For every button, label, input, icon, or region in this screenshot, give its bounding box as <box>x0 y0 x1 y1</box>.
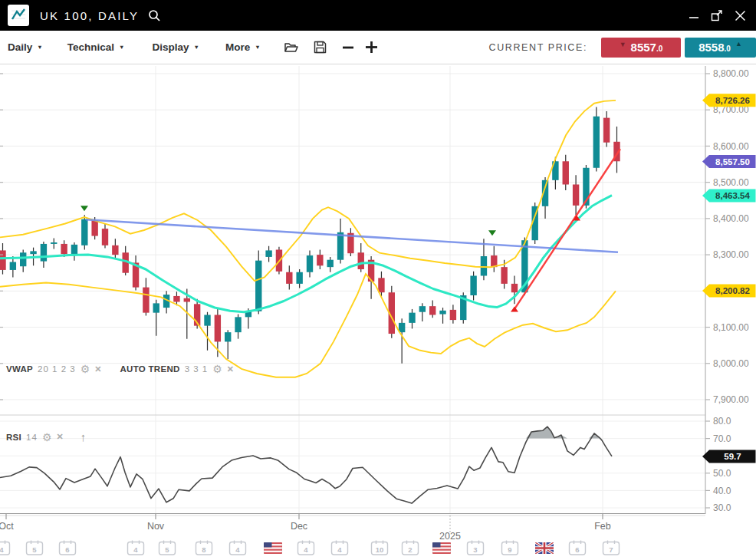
price-axis-label: 8,500.00 <box>713 177 749 188</box>
price-tag: 59.7 <box>702 450 756 463</box>
event-icon-calendar[interactable]: 6 <box>570 541 586 555</box>
event-icon-calendar[interactable]: 5 <box>159 541 176 555</box>
rsi-axis-label: 30.0 <box>713 502 731 513</box>
price-axis-label: 8,100.00 <box>713 322 749 333</box>
svg-text:7: 7 <box>609 545 613 554</box>
event-icon-calendar[interactable]: 4 <box>298 541 314 555</box>
price-axis-label: 8,800.00 <box>713 68 749 79</box>
vwap-indicator-params: 20 1 2 3 <box>38 364 76 374</box>
event-icon-flag-us[interactable] <box>264 542 282 554</box>
open-folder-icon[interactable] <box>284 41 298 54</box>
chart-canvas[interactable]: 8,800.008,700.008,600.008,500.008,400.00… <box>0 64 756 560</box>
rsi-move-up-icon[interactable] <box>81 431 87 443</box>
up-arrow-icon: ▲ <box>735 41 742 48</box>
event-icon-calendar[interactable]: 3 <box>468 541 484 555</box>
menu-display[interactable]: Display <box>152 41 199 53</box>
svg-text:4: 4 <box>235 545 240 554</box>
svg-text:8,557.50: 8,557.50 <box>715 157 750 166</box>
search-icon[interactable] <box>148 9 161 22</box>
svg-text:6: 6 <box>65 545 69 554</box>
svg-text:6: 6 <box>575 545 579 554</box>
chart-title: UK 100, DAILY <box>40 9 139 22</box>
event-icon-calendar[interactable]: 4 <box>332 541 348 555</box>
menu-more[interactable]: More <box>225 41 261 53</box>
event-icon-calendar[interactable]: 8 <box>196 541 212 555</box>
rsi-axis-label: 40.0 <box>713 486 731 496</box>
month-label: Oct <box>0 521 14 532</box>
minimize-icon[interactable] <box>687 8 701 22</box>
time-axis: OctNovDec2025Feb <box>0 514 611 542</box>
vwap-indicator-label: VWAP <box>6 364 33 374</box>
rsi-legend-row: RSI 14 <box>6 431 86 443</box>
vwap-line <box>0 196 612 312</box>
rsi-axis-label: 80.0 <box>713 416 731 427</box>
rsi-axis-label: 70.0 <box>713 433 731 444</box>
auto-trend-remove-icon[interactable] <box>227 365 234 374</box>
rsi-settings-gear-icon[interactable] <box>42 432 52 443</box>
price-tag: 8,726.26 <box>702 94 756 107</box>
menu-technical[interactable]: Technical <box>67 41 125 53</box>
zoom-out-icon[interactable] <box>342 41 354 54</box>
event-icon-calendar[interactable]: 5 <box>27 541 43 555</box>
save-icon[interactable] <box>314 41 327 54</box>
economic-events-row: 4564584441023967 <box>0 541 620 555</box>
auto-trend-settings-gear-icon[interactable] <box>212 364 222 375</box>
rsi-axis-label: 50.0 <box>713 468 731 479</box>
zoom-in-icon[interactable] <box>365 41 378 54</box>
event-icon-calendar[interactable]: 6 <box>60 541 76 555</box>
overlay-lines <box>0 100 620 377</box>
down-arrow-icon: ▼ <box>620 41 626 48</box>
month-label: 2025 <box>439 531 461 542</box>
auto-trend-indicator-params: 3 3 1 <box>185 364 209 374</box>
menu-timeframe[interactable]: Daily <box>8 41 43 53</box>
rsi-overbought-fill <box>0 427 612 438</box>
chart-area: 8,800.008,700.008,600.008,500.008,400.00… <box>0 64 756 560</box>
price-axis-label: 7,900.00 <box>713 394 749 405</box>
svg-text:59.7: 59.7 <box>724 452 741 461</box>
svg-text:4: 4 <box>0 545 4 554</box>
svg-text:8: 8 <box>202 545 205 554</box>
month-label: Nov <box>147 521 165 532</box>
price-axis-label: 8,600.00 <box>713 141 749 152</box>
event-icon-calendar[interactable]: 4 <box>128 541 144 555</box>
event-icon-calendar[interactable]: 7 <box>603 541 620 555</box>
event-icon-calendar[interactable]: 2 <box>403 541 419 555</box>
window-controls <box>687 8 747 22</box>
close-icon[interactable] <box>733 8 747 22</box>
price-tag: 8,463.54 <box>702 189 756 202</box>
triangle-down-marker <box>488 230 496 236</box>
sell-price-button[interactable]: ▼ 8557.0 <box>601 38 681 58</box>
price-tag: 8,557.50 <box>702 155 756 168</box>
triangle-up-marker <box>511 306 518 311</box>
vwap-remove-icon[interactable] <box>94 365 101 374</box>
event-icon-flag-us[interactable] <box>432 542 451 554</box>
svg-text:4: 4 <box>304 545 308 554</box>
buy-price-button[interactable]: 8558.0 ▲ <box>685 38 756 58</box>
app-logo-icon <box>8 5 29 26</box>
price-tag: 8,200.82 <box>702 284 756 297</box>
event-icon-flag-uk[interactable] <box>535 542 554 554</box>
price-axis-label: 8,400.00 <box>713 213 749 224</box>
trading-app-window: { "titlebar": { "title": "UK 100, DAILY"… <box>0 0 756 560</box>
title-bar: UK 100, DAILY <box>0 0 756 31</box>
event-icon-calendar[interactable]: 4 <box>0 541 10 555</box>
month-label: Feb <box>594 521 611 532</box>
svg-text:4: 4 <box>337 545 342 554</box>
month-label: Dec <box>291 521 307 532</box>
rsi-remove-icon[interactable] <box>56 433 63 442</box>
rsi-indicator-label: RSI <box>6 433 21 442</box>
event-icon-calendar[interactable]: 10 <box>372 541 388 555</box>
event-icon-calendar[interactable]: 9 <box>502 541 518 555</box>
auto-trend-indicator-label: AUTO TREND <box>120 364 179 374</box>
vwap-settings-gear-icon[interactable] <box>81 364 90 375</box>
price-axis-label: 8,000.00 <box>713 358 749 369</box>
svg-text:8,463.54: 8,463.54 <box>715 191 750 200</box>
svg-text:8,200.82: 8,200.82 <box>715 286 750 295</box>
svg-text:8,726.26: 8,726.26 <box>715 96 750 105</box>
svg-text:2: 2 <box>408 545 412 554</box>
popout-icon[interactable] <box>710 8 724 22</box>
price-axis-label: 8,300.00 <box>713 249 749 260</box>
event-icon-calendar[interactable]: 4 <box>230 541 246 555</box>
svg-text:9: 9 <box>508 545 511 554</box>
svg-text:5: 5 <box>32 545 37 554</box>
